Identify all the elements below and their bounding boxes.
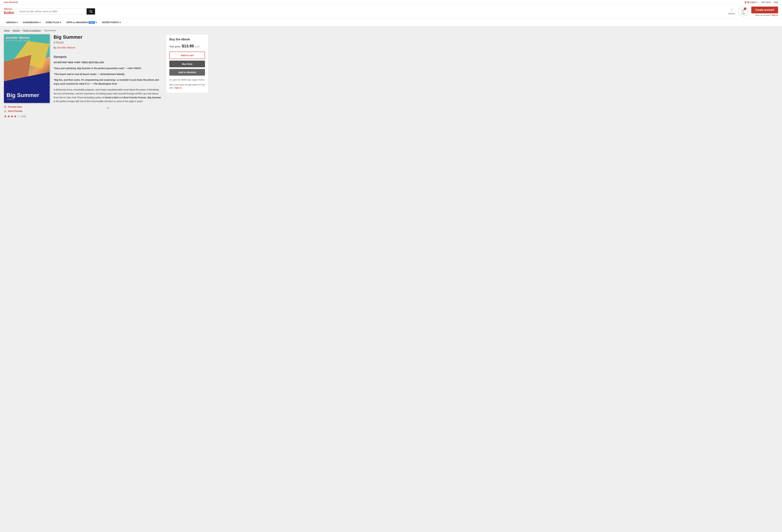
cart-badge: 1 xyxy=(744,7,746,10)
logo-kobo-text: kobo xyxy=(4,10,14,15)
search-bar xyxy=(17,8,95,14)
sign-in-link[interactable]: Sign in xyxy=(772,14,778,16)
synopsis-title: Synopsis xyxy=(54,55,162,59)
header-right: ♡ Wishlist 1 🛒 Cart Create account Have … xyxy=(728,6,778,16)
svg-point-7 xyxy=(5,106,6,107)
save-preview-button[interactable]: Save Preview xyxy=(4,110,50,112)
logo-link[interactable]: Rakuten kobo xyxy=(4,8,14,15)
sign-in-section: Have an account? Sign in xyxy=(755,14,778,16)
price-currency: CAD xyxy=(195,45,200,48)
search-input[interactable] xyxy=(17,8,86,14)
audiobooks-chevron-icon: ▾ xyxy=(39,21,40,24)
language-selector[interactable]: English ▾ xyxy=(745,1,758,3)
star-5: ★ xyxy=(17,114,20,118)
star-4: ★ xyxy=(14,114,17,118)
cart-button[interactable]: 1 🛒 Cart xyxy=(738,6,748,16)
superpoints-chevron-icon: ▾ xyxy=(119,21,121,24)
scroll-down-button[interactable] xyxy=(54,106,162,110)
wishlist-label: Wishlist xyxy=(728,12,735,15)
add-to-cart-button[interactable]: Add to cart xyxy=(169,51,205,59)
nav-apps-ereaders[interactable]: APPS & eREADERS SALE ▾ xyxy=(64,19,99,26)
author-link[interactable]: Jennifer Weiner xyxy=(57,46,75,49)
breadcrumb: Home / eBooks / Fiction & Literature / B… xyxy=(0,27,782,34)
rating-count: (146) xyxy=(21,115,26,117)
language-chevron-icon: ▾ xyxy=(757,1,758,3)
ratings: ★ ★ ★ ★ ★ (146) xyxy=(4,114,50,118)
buy-now-button[interactable]: Buy Now xyxy=(169,61,205,67)
book-author: by Jennifer Weiner xyxy=(54,46,162,49)
create-account-section: Create account Have an account? Sign in xyxy=(751,6,778,16)
left-column: Jennifer Weiner New York Times BESTSELLE… xyxy=(4,34,50,118)
book-cover: Jennifer Weiner New York Times BESTSELLE… xyxy=(4,34,50,103)
ebooks-chevron-icon: ▾ xyxy=(16,21,17,24)
koboplus-chevron-icon: ▾ xyxy=(60,21,61,24)
svg-line-5 xyxy=(91,12,92,13)
main-nav: eBOOKS ▾ AUDIOBOOKS ▾ KOBO PLUS ▾ APPS &… xyxy=(0,19,782,27)
help-link[interactable]: Help xyxy=(774,1,778,3)
create-account-button[interactable]: Create account xyxy=(751,6,778,13)
middle-column: Big Summer A Novel by Jennifer Weiner Sy… xyxy=(54,34,162,118)
purchase-box: Buy the eBook Your price $13.99 CAD Add … xyxy=(166,34,208,93)
nav-super-points[interactable]: SUPER POINTS ▾ xyxy=(100,19,123,26)
price-amount: $13.99 xyxy=(182,44,194,48)
svg-rect-1 xyxy=(745,1,746,3)
logo-rakuten-text: Rakuten xyxy=(4,8,14,10)
add-to-wishlist-button[interactable]: Add to Wishlist xyxy=(169,69,205,76)
buy-ebook-title: Buy the eBook xyxy=(169,38,205,41)
price-label: Your price xyxy=(169,45,180,48)
sign-in-points-text: See if you have enough points for this i… xyxy=(169,83,205,90)
cover-text: Big Summer A NOVEL xyxy=(6,92,47,100)
star-3: ★ xyxy=(10,114,13,118)
nav-audiobooks[interactable]: AUDIOBOOKS ▾ xyxy=(21,19,43,26)
wishlist-button[interactable]: ♡ Wishlist xyxy=(728,8,735,15)
book-actions: Preview Now Save Preview xyxy=(4,106,50,112)
nav-kobo-plus[interactable]: KOBO PLUS ▾ xyxy=(43,19,63,26)
price-row: Your price $13.99 CAD xyxy=(169,44,205,48)
book-subtitle: A Novel xyxy=(54,41,162,44)
book-title: Big Summer xyxy=(54,34,162,40)
cover-author-top: Jennifer Weiner New York Times BESTSELLE… xyxy=(6,36,48,42)
gift-cards-link[interactable]: Gift Cards xyxy=(761,1,771,3)
sign-in-points-link[interactable]: Sign in xyxy=(175,86,182,89)
top-bar: Earn Rewards English ▾ Gift Cards Help xyxy=(0,0,782,5)
language-label: English xyxy=(749,1,756,3)
sale-badge: SALE xyxy=(88,21,95,24)
canada-flag-icon xyxy=(745,1,748,3)
synopsis-text: AN INSTANT NEW YORK TIMES BESTSELLER "Se… xyxy=(54,61,162,103)
breadcrumb-ebooks[interactable]: eBooks xyxy=(13,29,20,32)
apps-chevron-icon: ▾ xyxy=(96,21,97,24)
earn-rewards-label: Earn Rewards xyxy=(4,1,18,3)
heart-icon: ♡ xyxy=(730,8,733,12)
cart-label: Cart xyxy=(742,12,745,14)
star-2: ★ xyxy=(7,114,10,118)
breadcrumb-fiction[interactable]: Fiction & Literature xyxy=(23,29,41,32)
svg-rect-2 xyxy=(748,1,748,3)
breadcrumb-current: Big Summer xyxy=(44,29,56,32)
search-button[interactable] xyxy=(86,8,95,14)
breadcrumb-home[interactable]: Home xyxy=(4,29,10,32)
preview-now-button[interactable]: Preview Now xyxy=(4,106,50,108)
header: Rakuten kobo ♡ Wishlist 1 🛒 Cart Create … xyxy=(0,5,782,19)
star-rating: ★ ★ ★ ★ ★ xyxy=(4,114,20,118)
kobo-points-text: Or, get it for 6400 Kobo Super Points! xyxy=(169,78,205,81)
right-column: Buy the eBook Your price $13.99 CAD Add … xyxy=(166,34,208,118)
star-1: ★ xyxy=(4,114,7,118)
nav-ebooks[interactable]: eBOOKS ▾ xyxy=(4,19,20,26)
main-content: Jennifer Weiner New York Times BESTSELLE… xyxy=(0,34,212,122)
